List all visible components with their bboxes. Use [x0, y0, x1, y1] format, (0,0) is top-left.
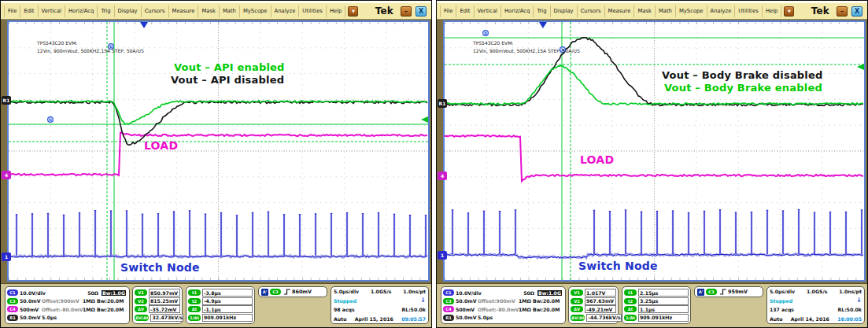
trigger-readout-box[interactable]: A' C3 860mV	[258, 286, 327, 297]
channel-setting: Bw:20.0M	[97, 307, 124, 312]
minimize-button[interactable]: –	[401, 6, 412, 17]
menu-item-edit[interactable]: Edit	[456, 6, 474, 17]
channel-row-c3: C350.0mVOffset:900mV1MΩBw:20.0M	[7, 297, 127, 305]
trigger-level: 860mV	[292, 289, 312, 295]
channel-setting: 1MΩ	[519, 298, 531, 304]
channel-badge-c1: C1	[443, 289, 454, 296]
channel-position-marker-r1[interactable]: R1	[2, 96, 11, 105]
channel-badge-r1: R1	[443, 315, 454, 321]
annotation-line-2: 12Vin, 900mVout, 500KHZ,15A STEP, 50A/US	[473, 47, 580, 55]
channel-badge-c4: C4	[7, 306, 18, 312]
channel-setting: Offset:900mV	[42, 298, 81, 304]
voltage-measurement-row: ΔV/Δt-44.736kV/s	[571, 314, 616, 322]
oscilloscope-window: FileEditVerticalHoriz/AcqTrigDisplayCurs…	[0, 0, 432, 328]
channel-row-r1: R150.0mV5.0μs	[443, 314, 563, 322]
channel-setting: 50.0mV	[20, 315, 40, 320]
menu-item-utilities[interactable]: Utilities	[735, 6, 763, 17]
menu-item-myscope[interactable]: MyScope	[676, 6, 707, 17]
menu-overflow-button[interactable]: ▼	[348, 6, 358, 17]
time-measurement-value: 909.091kHz	[202, 314, 253, 322]
vout-trace-label-2: Vout – API disabled	[171, 74, 284, 86]
menu-item-analyze[interactable]: Analyze	[271, 6, 300, 17]
menu-item-edit[interactable]: Edit	[20, 6, 38, 17]
record-length: RL:50.0k	[401, 307, 426, 312]
time-measurement-row: t23.25μs	[624, 297, 689, 305]
voltage-measurement-row: ΔV-49.21mV	[571, 305, 616, 313]
channel-setting: 50.0mV	[456, 315, 476, 320]
menu-item-mask[interactable]: Mask	[634, 6, 656, 17]
channel-setting: Bw:20.0M	[97, 298, 124, 304]
menu-item-file[interactable]: File	[441, 6, 456, 17]
voltage-measurement-badge: V1	[135, 289, 147, 296]
readout-bar: C110.0V/div50ΩBw:1.0GC350.0mVOffset:900m…	[437, 283, 867, 327]
time-measurement-row: 1/Δt909.091kHz	[624, 314, 689, 322]
channel-setting: 500mV	[20, 307, 40, 312]
menu-item-cursors[interactable]: Cursors	[578, 6, 605, 17]
date-row: Auto April 14, 2016 16:00:05	[770, 316, 862, 322]
channel-settings-box[interactable]: C110.0V/div50ΩBw:1.0GC350.0mVOffset:900m…	[441, 286, 566, 324]
trigger-source-badge: C3	[706, 289, 717, 295]
channel-setting: 10.0V/div	[456, 290, 487, 296]
menu-item-trig[interactable]: Trig	[98, 6, 114, 17]
menu-items: FileEditVerticalHoriz/AcqTrigDisplayCurs…	[4, 6, 345, 17]
channel3-level-arrow	[421, 116, 428, 123]
menu-item-horiz-acq[interactable]: Horiz/Acq	[65, 6, 98, 17]
trigger-readout-box[interactable]: A' C3 959mV	[694, 286, 763, 297]
test-condition-annotation: TPS543C20 EVM: 12Vin, 900mVout, 500KHZ,1…	[473, 39, 580, 55]
channel-setting: Bw:20.0M	[533, 307, 560, 312]
voltage-cursor-readout-box: V1850.97mVV2815.25mVΔV-35.72mVΔV/Δt32.47…	[132, 286, 183, 324]
channel-badge-c1: C1	[7, 289, 18, 296]
switch-node-trace-label: Switch Node	[578, 260, 658, 272]
load-trace-label: LOAD	[580, 153, 614, 166]
menu-item-display[interactable]: Display	[115, 6, 142, 17]
channel-position-marker-1[interactable]: 1	[438, 251, 447, 260]
menu-item-horiz-acq[interactable]: Horiz/Acq	[501, 6, 534, 17]
trigger-position-marker	[140, 22, 148, 28]
readout-bar: C110.0V/div50ΩBw:1.0GC350.0mVOffset:900m…	[1, 283, 431, 327]
time-measurement-value: -4.9μs	[202, 297, 253, 305]
menu-item-vertical[interactable]: Vertical	[39, 6, 65, 17]
menu-item-help[interactable]: Help	[327, 6, 346, 17]
trigger-mode: Auto	[334, 316, 346, 322]
menu-item-display[interactable]: Display	[551, 6, 578, 17]
menu-item-cursors[interactable]: Cursors	[142, 6, 169, 17]
menu-item-utilities[interactable]: Utilities	[299, 6, 327, 17]
menu-item-vertical[interactable]: Vertical	[475, 6, 501, 17]
channel-badge-c3: C3	[443, 298, 454, 304]
channel-position-marker-r1[interactable]: R1	[438, 99, 447, 108]
menu-item-mask[interactable]: Mask	[198, 6, 220, 17]
menu-item-measure[interactable]: Measure	[169, 6, 199, 17]
menu-item-math[interactable]: Math	[656, 6, 676, 17]
channel-settings-box[interactable]: C110.0V/div50ΩBw:1.0GC350.0mVOffset:900m…	[5, 286, 130, 324]
channel-setting: 5.0μs	[42, 315, 57, 320]
close-button[interactable]: X	[416, 6, 427, 17]
menu-item-measure[interactable]: Measure	[605, 6, 635, 17]
sample-resolution: 1.0ns/pt	[403, 289, 426, 294]
menu-item-analyze[interactable]: Analyze	[707, 6, 736, 17]
voltage-measurement-value: 32.473kV/s	[150, 314, 183, 322]
menu-overflow-button[interactable]: ▼	[784, 6, 794, 17]
close-button[interactable]: X	[851, 6, 862, 17]
menu-item-math[interactable]: Math	[220, 6, 240, 17]
menu-item-help[interactable]: Help	[763, 6, 782, 17]
menu-item-myscope[interactable]: MyScope	[240, 6, 271, 17]
voltage-measurement-value: 850.97mV	[149, 289, 180, 297]
channel-setting: 50.0mV	[20, 298, 40, 304]
voltage-cursor-readout-box: V11.017VV2967.63mVΔV-49.21mVΔV/Δt-44.736…	[568, 286, 619, 324]
menu-item-file[interactable]: File	[5, 6, 20, 17]
channel-position-marker-1[interactable]: 1	[2, 252, 11, 261]
channel-setting: Offset:900mV	[478, 298, 517, 304]
voltage-measurement-badge: ΔV/Δt	[571, 315, 585, 321]
arrow-down-icon: ↓	[856, 298, 862, 303]
channel-position-marker-4[interactable]: 4	[438, 171, 447, 180]
minimize-button[interactable]: –	[837, 6, 848, 17]
acquisition-status: Stopped	[770, 298, 792, 304]
channel-setting: Bw:1.0G	[537, 290, 562, 296]
channel-position-marker-4[interactable]: 4	[2, 171, 11, 179]
menu-item-trig[interactable]: Trig	[534, 6, 550, 17]
record-length: RL:50.0k	[837, 307, 862, 312]
voltage-measurement-value: 967.63mV	[585, 297, 616, 305]
time-measurement-badge: t1	[188, 289, 201, 296]
time-measurement-value: 1.1μs	[638, 305, 689, 313]
time-measurement-badge: t2	[188, 298, 201, 304]
